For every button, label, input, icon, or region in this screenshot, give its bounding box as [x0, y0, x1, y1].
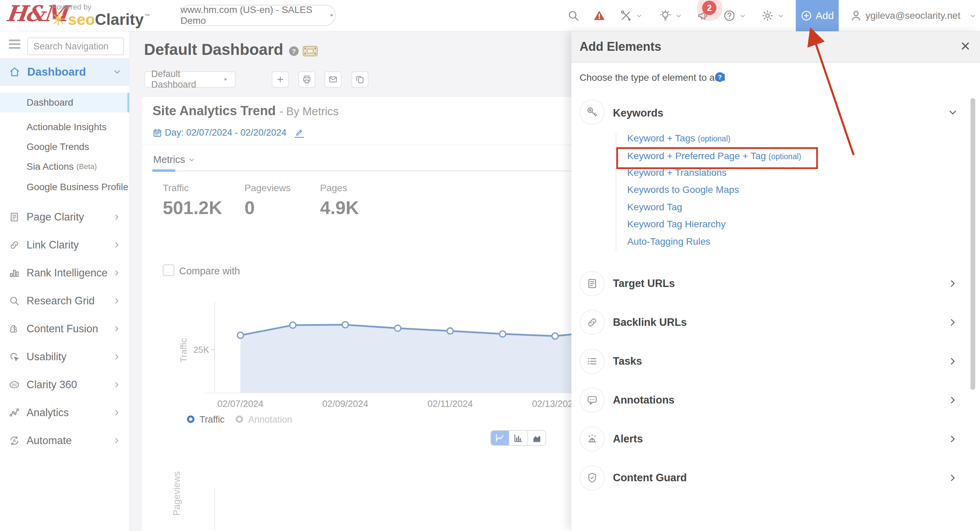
user-email[interactable]: ygileva@seoclarity.net [865, 10, 960, 21]
close-icon[interactable] [960, 41, 970, 51]
dashboard-selector[interactable]: Default Dashboard [145, 71, 235, 88]
domain-selector[interactable]: www.hm.com (US-en) - SALES Demo [180, 5, 336, 26]
chevron-right-icon[interactable] [948, 279, 958, 288]
section-backlink-urls[interactable]: Backlink URLs [613, 316, 687, 328]
chevron-down-icon [636, 13, 642, 19]
metric-value-traffic: 501.2K [163, 197, 222, 218]
envelope-icon [328, 75, 338, 84]
seoclarity-logo-seo: seo [68, 10, 95, 29]
link-keywords-to-google-maps[interactable]: Keywords to Google Maps [627, 184, 739, 195]
sidebar-item-sia-actions[interactable]: Sia Actions(Beta) [0, 157, 129, 177]
tools-icon[interactable] [620, 10, 632, 22]
hamburger-menu-icon[interactable] [9, 40, 21, 49]
gear-icon[interactable] [761, 10, 774, 22]
beta-tag: (Beta) [76, 162, 97, 171]
link-keyword-tag[interactable]: Keyword Tag [627, 202, 682, 213]
target-urls-icon-circle [579, 271, 605, 296]
date-range-picker[interactable]: Day: 02/07/2024 - 02/20/2024 [153, 128, 304, 138]
sidebar-item-page-clarity[interactable]: Page Clarity [0, 203, 129, 231]
section-alerts[interactable]: Alerts [613, 433, 643, 445]
alerts-icon-circle [579, 426, 605, 451]
section-tasks[interactable]: Tasks [613, 355, 642, 367]
keywords-icon-circle [579, 99, 605, 125]
chevron-right-icon[interactable] [948, 434, 958, 444]
area-chart-button[interactable] [528, 431, 546, 445]
date-range-value: Day: 02/07/2024 - 02/20/2024 [165, 128, 286, 138]
add-dashboard-button[interactable] [272, 71, 289, 88]
sidebar-item-dashboard[interactable]: Dashboard [0, 93, 129, 112]
bar-chart-icon [513, 433, 523, 443]
line-chart-button[interactable] [491, 431, 509, 445]
chart-type-switcher [490, 430, 546, 446]
widget-title: Site Analytics Trend - By Metrics [153, 104, 339, 118]
traffic-trend-chart[interactable]: 25KTraffic02/07/202402/09/202402/11/2024… [146, 299, 572, 412]
bar-chart-button[interactable] [509, 431, 528, 445]
help-icon[interactable] [714, 72, 725, 83]
help-icon[interactable] [723, 10, 735, 22]
document-icon [586, 278, 598, 289]
warning-icon[interactable] [593, 10, 605, 22]
svg-text:02/07/2024: 02/07/2024 [217, 399, 263, 409]
tab-metrics[interactable]: Metrics [153, 154, 195, 165]
pencil-edit-icon[interactable] [294, 128, 304, 138]
link-auto-tagging-rules[interactable]: Auto-Tagging Rules [627, 236, 710, 247]
legend-label-traffic[interactable]: Traffic [200, 415, 225, 425]
chevron-down-icon[interactable] [948, 108, 958, 117]
section-content-guard[interactable]: Content Guard [613, 472, 687, 484]
metric-label-pageviews: Pageviews [245, 183, 290, 194]
sidebar-item-analytics[interactable]: Analytics [0, 399, 129, 427]
legend-marker-traffic[interactable] [187, 415, 194, 423]
metric-label-traffic: Traffic [163, 183, 189, 194]
sidebar-item-actionable-insights[interactable]: Actionable Insights [0, 117, 129, 137]
chevron-right-icon[interactable] [948, 357, 958, 366]
pageviews-axis-label: Pageviews [172, 456, 182, 531]
divider [142, 145, 576, 145]
tasks-icon-circle [579, 349, 605, 374]
help-icon[interactable] [288, 46, 299, 57]
sidebar-item-link-clarity[interactable]: Link Clarity [0, 231, 129, 259]
sidebar-item-label: Usability [27, 351, 67, 363]
chevron-right-icon [113, 437, 121, 445]
section-keywords[interactable]: Keywords [613, 107, 663, 119]
sidebar-item-google-business-profile[interactable]: Google Business Profile [0, 177, 129, 197]
compare-with-label: Compare with [179, 266, 240, 277]
search-icon[interactable] [567, 10, 579, 22]
printer-icon [302, 75, 312, 84]
metric-value-pageviews: 0 [245, 197, 255, 218]
chevron-right-icon[interactable] [948, 395, 958, 405]
svg-text:02/13/2024: 02/13/2024 [532, 399, 572, 409]
user-avatar-icon[interactable] [850, 10, 862, 22]
email-button[interactable] [325, 71, 342, 88]
sidebar-item-research-grid[interactable]: Research Grid [0, 287, 129, 315]
copy-button[interactable] [352, 71, 368, 88]
legend-marker-annotation[interactable] [235, 415, 243, 423]
sidebar-item-google-trends[interactable]: Google Trends [0, 137, 129, 157]
sidebar-item-label: Automate [27, 435, 72, 447]
chevron-right-icon[interactable] [948, 317, 958, 327]
legend-label-annotation[interactable]: Annotation [248, 415, 292, 425]
panel-scrollbar[interactable] [970, 98, 975, 390]
sidebar-item-content-fusion[interactable]: Content Fusion [0, 315, 129, 343]
sidebar-item-label: Dashboard [27, 97, 73, 108]
metric-label-pages: Pages [320, 183, 347, 194]
sidebar-item-clarity-360[interactable]: Clarity 360 [0, 371, 129, 399]
print-button[interactable] [298, 71, 315, 88]
sidebar-item-usability[interactable]: Usability [0, 343, 129, 371]
link-icon [586, 317, 598, 328]
video-tutorial-icon[interactable] [302, 44, 318, 58]
section-annotations[interactable]: Annotations [613, 394, 675, 406]
section-target-urls[interactable]: Target URLs [613, 277, 675, 290]
auto-loop-icon [9, 435, 20, 446]
add-button[interactable]: Add [796, 0, 839, 31]
search-navigation-input[interactable] [27, 37, 124, 55]
panel-title: Add Elements [579, 40, 661, 54]
chevron-right-icon[interactable] [948, 473, 958, 483]
sidebar-item-dashboard-parent[interactable]: Dashboard [0, 58, 129, 86]
add-button-label: Add [816, 10, 834, 21]
compare-with-checkbox[interactable] [163, 265, 174, 276]
idea-bulb-icon[interactable] [659, 10, 671, 22]
sidebar-item-automate[interactable]: Automate [0, 427, 129, 454]
sidebar-item-rank-intelligence[interactable]: Rank Intelligence [0, 259, 129, 287]
link-keyword-tag-hierarchy[interactable]: Keyword Tag Hierarchy [627, 219, 725, 230]
link-keyword-tags[interactable]: Keyword + Tags (optional) [627, 133, 730, 144]
